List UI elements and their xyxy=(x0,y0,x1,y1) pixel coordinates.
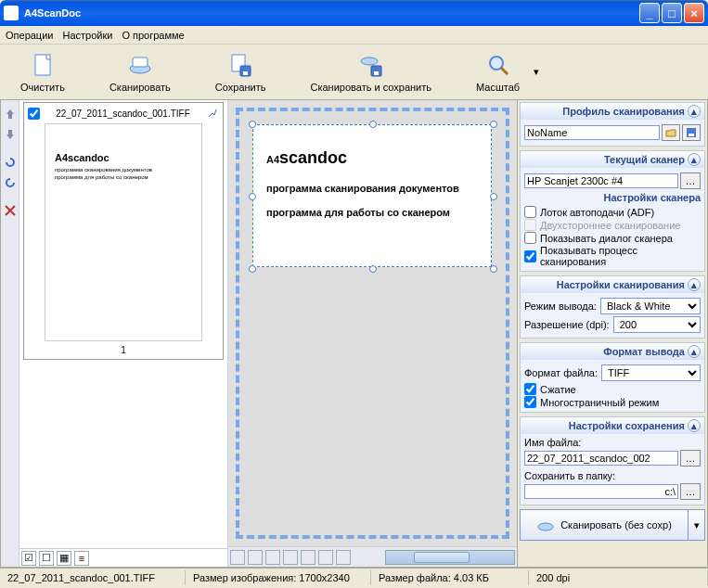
select-all-icon[interactable]: ☑ xyxy=(21,551,36,566)
format-select[interactable]: TIFF xyxy=(601,364,701,381)
progress-checkbox[interactable] xyxy=(524,250,536,262)
scanner-icon xyxy=(536,518,555,532)
panel-scanner: Текущий сканер ▴ … Настройки сканера Лот… xyxy=(520,150,705,272)
maximize-button[interactable]: □ xyxy=(662,3,682,23)
preview-canvas[interactable]: A4scandoc программа сканирования докумен… xyxy=(236,108,509,539)
grid-view-icon[interactable]: ▦ xyxy=(57,551,71,566)
collapse-icon[interactable]: ▴ xyxy=(688,105,701,118)
rotate-left-icon[interactable] xyxy=(4,156,17,169)
sel-handle-nw[interactable] xyxy=(249,121,256,128)
thumb-checkbox[interactable] xyxy=(28,108,40,120)
svg-rect-5 xyxy=(243,71,248,75)
rotate-right-icon[interactable] xyxy=(4,176,17,189)
zoom-100-icon[interactable] xyxy=(265,550,280,565)
profile-save-button[interactable] xyxy=(682,124,701,141)
panel-output-title: Формат вывода xyxy=(603,346,685,357)
page-save-icon xyxy=(227,52,253,78)
scan-dropdown-button[interactable]: ▾ xyxy=(689,509,705,541)
svg-point-9 xyxy=(490,57,503,70)
scan-save-label: Сканировать и сохранить xyxy=(311,82,432,93)
scan-label: Сканировать xyxy=(109,82,171,93)
save-button[interactable]: Сохранить xyxy=(202,46,279,98)
scanner-name-input[interactable] xyxy=(524,173,678,188)
menu-settings[interactable]: Настройки xyxy=(62,30,112,41)
zoom-fit-icon[interactable] xyxy=(230,550,245,565)
panel-profile: Профиль сканирования ▴ xyxy=(520,102,705,147)
thumb-tool-icon[interactable] xyxy=(206,107,219,120)
thumb-preview: A4scandoc программа сканирования докумен… xyxy=(45,123,202,341)
sel-handle-e[interactable] xyxy=(490,193,497,200)
thumb-page-num: 1 xyxy=(26,343,221,357)
panel-scanner-title: Текущий сканер xyxy=(604,154,685,165)
zoom-in-icon[interactable] xyxy=(283,550,298,565)
filename-input[interactable] xyxy=(524,451,678,466)
sel-handle-n[interactable] xyxy=(369,121,377,128)
compress-checkbox[interactable] xyxy=(524,383,536,395)
svg-rect-2 xyxy=(133,58,148,67)
clear-button[interactable]: Очистить xyxy=(7,46,78,98)
svg-rect-0 xyxy=(35,55,50,75)
toolbar-overflow[interactable]: ▾ xyxy=(533,46,540,98)
svg-rect-8 xyxy=(374,71,379,75)
left-tool-strip xyxy=(1,100,19,567)
scanner-section-label: Настройки сканера xyxy=(524,192,701,203)
scan-save-button[interactable]: Сканировать и сохранить xyxy=(298,46,445,98)
adf-checkbox[interactable] xyxy=(524,206,536,218)
close-button[interactable]: × xyxy=(684,3,704,23)
folder-label: Сохранить в папку: xyxy=(524,470,701,481)
sel-handle-s[interactable] xyxy=(369,265,377,273)
svg-line-10 xyxy=(501,68,508,74)
menu-operations[interactable]: Операции xyxy=(6,30,53,41)
sel-handle-sw[interactable] xyxy=(249,265,256,273)
arrow-down-icon[interactable] xyxy=(4,128,17,141)
mode-select[interactable]: Black & White xyxy=(600,298,701,314)
menu-about[interactable]: О программе xyxy=(122,30,184,41)
filename-label: Имя файла: xyxy=(524,437,701,448)
save-label: Сохранить xyxy=(215,82,266,93)
selection-box[interactable]: A4scandoc программа сканирования докумен… xyxy=(252,124,492,267)
scan-button[interactable]: Сканировать xyxy=(97,46,184,98)
preview-hscroll[interactable] xyxy=(385,550,515,565)
svg-point-13 xyxy=(538,523,553,530)
collapse-icon[interactable]: ▴ xyxy=(688,278,701,291)
zoom-width-icon[interactable] xyxy=(248,550,263,565)
main-toolbar: Очистить Сканировать Сохранить Сканирова… xyxy=(0,45,708,100)
list-view-icon[interactable]: ≡ xyxy=(74,551,89,566)
svg-point-6 xyxy=(361,58,378,65)
panel-output: Формат вывода ▴ Формат файла:TIFF Сжатие… xyxy=(520,342,705,413)
preview-line1: программа сканирования документов xyxy=(266,183,478,194)
deselect-all-icon[interactable]: ☐ xyxy=(39,551,54,566)
minimize-button[interactable]: _ xyxy=(639,3,660,23)
filename-browse-button[interactable]: … xyxy=(680,450,701,467)
folder-input[interactable] xyxy=(524,484,678,499)
select-icon[interactable] xyxy=(336,550,351,565)
profile-name-input[interactable] xyxy=(524,125,660,140)
statusbar: 22_07_2011_scandoc_001.TIFF Размер изобр… xyxy=(0,568,708,586)
sel-handle-ne[interactable] xyxy=(490,121,497,128)
crop-icon[interactable] xyxy=(318,550,333,565)
dpi-select[interactable]: 200 xyxy=(613,316,701,333)
profile-open-button[interactable] xyxy=(662,124,680,141)
panel-save: Настройки сохранения ▴ Имя файла: … Сохр… xyxy=(520,416,705,505)
multipage-checkbox[interactable] xyxy=(524,396,536,408)
folder-browse-button[interactable]: … xyxy=(680,483,701,500)
zoom-button[interactable]: Масштаб xyxy=(463,46,533,98)
delete-icon[interactable] xyxy=(4,204,17,217)
mode-label: Режим вывода: xyxy=(524,300,597,312)
thumbnail-item[interactable]: 22_07_2011_scandoc_001.TIFF A4scandoc пр… xyxy=(23,102,224,360)
zoom-out-icon[interactable] xyxy=(301,550,315,565)
dialog-checkbox[interactable] xyxy=(524,232,536,244)
panel-profile-title: Профиль сканирования xyxy=(562,106,685,117)
scan-nosave-button[interactable]: Сканировать (без сохр) xyxy=(520,509,689,541)
scan-save-icon xyxy=(358,52,384,78)
sel-handle-w[interactable] xyxy=(249,193,256,200)
arrow-up-icon[interactable] xyxy=(4,108,17,121)
window-title: A4ScanDoc xyxy=(24,7,81,19)
collapse-icon[interactable]: ▴ xyxy=(688,419,701,432)
collapse-icon[interactable]: ▴ xyxy=(688,345,701,358)
collapse-icon[interactable]: ▴ xyxy=(688,153,701,166)
panel-scan-title: Настройки сканирования xyxy=(557,279,685,290)
sel-handle-se[interactable] xyxy=(490,265,497,273)
preview-pane: A4scandoc программа сканирования докумен… xyxy=(228,100,517,567)
scanner-browse-button[interactable]: … xyxy=(680,173,701,189)
